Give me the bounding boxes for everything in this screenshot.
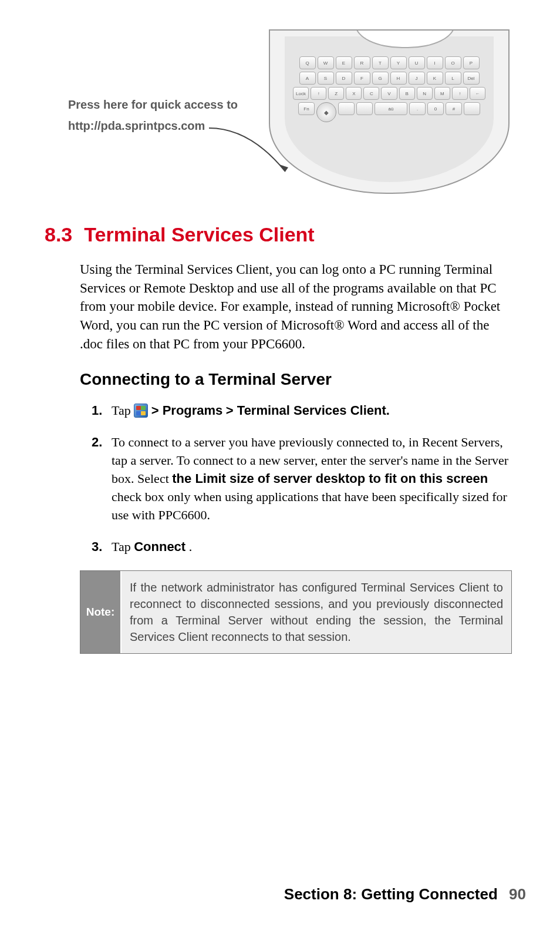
key: J [409,72,425,85]
step-2: 2. To connect to a server you have previ… [92,434,512,524]
key-space: áü [375,102,407,115]
key: T [372,56,389,69]
callout-line1: Press here for quick access to [68,94,238,115]
key: S [318,72,334,85]
key: P [463,56,480,69]
key: Z [328,87,344,100]
section-heading: 8.3 Terminal Services Client [45,223,515,246]
device-outline: Q W E R T Y U I O P A S D [269,29,510,194]
key: U [409,56,425,69]
key: Y [390,56,407,69]
dpad-icon: ◆ [316,102,336,122]
key: F [354,72,370,85]
note-label: Note: [80,571,122,653]
windows-start-icon [134,404,148,418]
key: Lock [293,87,309,100]
key: D [336,72,352,85]
key: G [372,72,389,85]
section-number: 8.3 [45,223,72,246]
page-footer: Section 8: Getting Connected 90 [284,885,526,903]
key: Q [299,56,316,69]
key: I [427,56,443,69]
note-box: Note: If the network administrator has c… [80,570,512,654]
key: L [445,72,461,85]
key: 0 [427,102,444,115]
key: X [346,87,362,100]
key [338,102,355,115]
key: E [336,56,352,69]
period: . [189,539,193,554]
key: Del [463,72,480,85]
key: O [445,56,461,69]
device-illustration: Press here for quick access to http://pd… [45,47,515,200]
page-number: 90 [509,885,526,903]
step-number: 2. [92,434,112,524]
footer-section: Section 8: Getting Connected [284,885,498,903]
key: # [446,102,462,115]
key: V [381,87,397,100]
key: Fn [298,102,315,115]
key [464,102,480,115]
key: A [299,72,316,85]
step-bold: the Limit size of server desktop to fit … [172,471,488,486]
step-text: check box only when using applications t… [112,489,507,522]
step-number: 1. [92,402,112,420]
sub-heading: Connecting to a Terminal Server [80,370,515,389]
key: H [390,72,407,85]
connect-label: Connect [134,539,185,554]
key: ↑ [452,87,468,100]
key: B [399,87,415,100]
device-keyboard: Q W E R T Y U I O P A S D [293,56,485,125]
step-text: Tap [112,403,134,418]
key: M [434,87,450,100]
key: ↑ [311,87,326,100]
nav-tsc: Terminal Services Client. [237,403,390,418]
step-1: 1. Tap > Programs > Terminal Services Cl… [92,402,512,420]
step-text: Tap [112,539,134,554]
key: W [318,56,334,69]
section-title: Terminal Services Client [84,223,314,246]
key: ← [470,87,485,100]
intro-paragraph: Using the Terminal Services Client, you … [80,260,512,354]
key: R [354,56,370,69]
nav-programs: Programs [163,403,223,418]
key [356,102,373,115]
key: K [427,72,443,85]
nav-sep: > [151,403,163,418]
key: C [363,87,379,100]
step-3: 3. Tap Connect . [92,538,512,556]
key: N [417,87,433,100]
key: . [409,102,426,115]
step-number: 3. [92,538,112,556]
note-body: If the network administrator has configu… [122,571,511,653]
nav-sep: > [226,403,237,418]
